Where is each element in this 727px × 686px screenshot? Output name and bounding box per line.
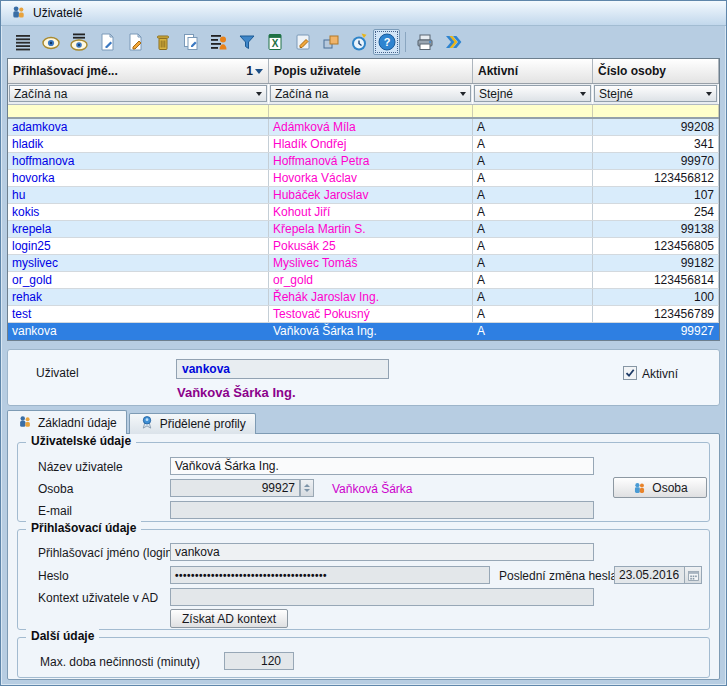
- table-row[interactable]: or_goldor_goldA123456814: [8, 272, 719, 289]
- delete-record-icon[interactable]: [149, 29, 176, 55]
- column-header-label: Aktivní: [478, 64, 518, 78]
- person-lookup-spinner: [300, 479, 314, 497]
- table-row[interactable]: adamkovaAdámková MílaA99208: [8, 119, 719, 136]
- table-row[interactable]: krepelaKřepela Martin S.A99138: [8, 221, 719, 238]
- table-row[interactable]: hoffmanovaHoffmanová PetraA99970: [8, 153, 719, 170]
- cell-login: rehak: [8, 289, 269, 305]
- cell-description: Vaňková Šárka Ing.: [269, 323, 473, 339]
- table-row[interactable]: myslivecMyslivec TomášA99182: [8, 255, 719, 272]
- table-body: adamkovaAdámková MílaA99208hladikHladík …: [8, 119, 719, 340]
- detail-header-panel: Uživatel vankova Vaňková Šárka Ing. Akti…: [7, 349, 720, 406]
- column-header-label: Přihlašovací jmé...: [13, 64, 118, 78]
- new-record-icon[interactable]: [93, 29, 120, 55]
- relations-icon[interactable]: [317, 29, 344, 55]
- filter-operator-dropdown[interactable]: Stejné: [594, 85, 717, 102]
- users-icon: [10, 4, 27, 23]
- grid-rows-icon[interactable]: [9, 29, 36, 55]
- filter-value-cell[interactable]: [8, 105, 269, 117]
- table-row[interactable]: vankovaVaňková Šárka Ing.A99927: [8, 323, 719, 340]
- tab-label: Základní údaje: [38, 416, 117, 430]
- tab-pridelene-profily[interactable]: Přidělené profily: [129, 413, 256, 434]
- table-row[interactable]: huHubáček JaroslavA107: [8, 187, 719, 204]
- table-filter-input-row[interactable]: [8, 105, 719, 119]
- chevron-down-icon: [580, 92, 586, 96]
- table-row[interactable]: hladikHladík OndřejA341: [8, 136, 719, 153]
- column-header[interactable]: Přihlašovací jmé...1: [8, 59, 269, 83]
- filter-value-cell[interactable]: [473, 105, 593, 117]
- table-row[interactable]: testTestovač PokusnýA123456789: [8, 306, 719, 323]
- name-label: Název uživatele: [38, 460, 123, 474]
- filter-operator-dropdown[interactable]: Začíná na: [9, 85, 267, 102]
- print-icon[interactable]: [411, 29, 438, 55]
- cell-active: A: [473, 187, 593, 203]
- email-input: [170, 501, 594, 519]
- tab-zakladni-udaje[interactable]: Základní údaje: [7, 410, 127, 434]
- cell-login: hladik: [8, 136, 269, 152]
- get-ad-context-button[interactable]: Získat AD kontext: [170, 609, 288, 628]
- date-value: 23.05.2016: [615, 568, 684, 582]
- more-actions-icon[interactable]: [439, 29, 466, 55]
- cell-login: vankova: [8, 323, 269, 339]
- column-header[interactable]: Číslo osoby: [593, 59, 719, 83]
- preview-all-icon[interactable]: [65, 29, 92, 55]
- chevron-down-icon: [256, 92, 262, 96]
- table-row[interactable]: login25Pokusák 25A123456805: [8, 238, 719, 255]
- cell-active: A: [473, 170, 593, 186]
- column-header[interactable]: Aktivní: [473, 59, 593, 83]
- users-window: Uživatelé X? Přihlašovací jmé...1Popis u…: [0, 0, 727, 686]
- cell-active: A: [473, 255, 593, 271]
- filter-operator-dropdown[interactable]: Začíná na: [270, 85, 471, 102]
- cell-active: A: [473, 204, 593, 220]
- cell-active: A: [473, 323, 593, 339]
- filter-icon[interactable]: [233, 29, 260, 55]
- checkmark-icon: [625, 368, 635, 378]
- title-bar: Uživatelé: [1, 1, 726, 26]
- user-fullname: Vaňková Šárka Ing.: [177, 385, 296, 400]
- preview-icon[interactable]: [37, 29, 64, 55]
- window-title: Uživatelé: [33, 6, 82, 20]
- filter-value-cell[interactable]: [593, 105, 719, 117]
- cell-person-number: 107: [593, 187, 719, 203]
- last-password-change-field: 23.05.2016: [614, 566, 702, 584]
- cell-login: hovorka: [8, 170, 269, 186]
- cell-active: A: [473, 221, 593, 237]
- user-rights-icon[interactable]: [205, 29, 232, 55]
- cell-active: A: [473, 289, 593, 305]
- history-icon[interactable]: [345, 29, 372, 55]
- login-input[interactable]: vankova: [170, 543, 594, 561]
- last-password-change-label: Poslední změna hesla: [499, 569, 617, 583]
- edit-note-icon[interactable]: [289, 29, 316, 55]
- filter-value-cell[interactable]: [269, 105, 473, 117]
- chevron-down-icon: [460, 92, 466, 96]
- table-row[interactable]: rehakŘehák Jaroslav Ing.A100: [8, 289, 719, 306]
- filter-operator-dropdown[interactable]: Stejné: [474, 85, 591, 102]
- filter-operator-label: Stejné: [479, 87, 513, 101]
- cell-login: adamkova: [8, 119, 269, 135]
- cell-login: login25: [8, 238, 269, 254]
- cell-login: test: [8, 306, 269, 322]
- password-input[interactable]: ••••••••••••••••••••••••••••••••••••••: [170, 566, 490, 584]
- help-icon[interactable]: ?: [373, 29, 400, 55]
- email-label: E-mail: [38, 504, 72, 518]
- login-label: Přihlašovací jméno (login): [38, 546, 176, 560]
- person-button[interactable]: Osoba: [613, 477, 707, 498]
- active-checkbox[interactable]: [623, 366, 637, 380]
- table-row[interactable]: kokisKohout JiříA254: [8, 204, 719, 221]
- edit-record-icon[interactable]: [121, 29, 148, 55]
- name-input[interactable]: Vaňková Šárka Ing.: [170, 457, 594, 475]
- copy-record-icon[interactable]: [177, 29, 204, 55]
- max-idle-input: 120: [224, 652, 294, 670]
- person-label: Osoba: [38, 482, 73, 496]
- cell-person-number: 99138: [593, 221, 719, 237]
- cell-active: A: [473, 136, 593, 152]
- table-row[interactable]: hovorkaHovorka VáclavA123456812: [8, 170, 719, 187]
- column-header[interactable]: Popis uživatele: [269, 59, 473, 83]
- toolbar: X?: [1, 27, 726, 57]
- group-title: Další údaje: [26, 629, 99, 643]
- cell-person-number: 254: [593, 204, 719, 220]
- filter-cell: Začíná na: [8, 84, 269, 104]
- svg-text:X: X: [271, 38, 278, 49]
- sort-arrow-down-icon: [255, 69, 263, 74]
- excel-export-icon[interactable]: X: [261, 29, 288, 55]
- cell-person-number: 341: [593, 136, 719, 152]
